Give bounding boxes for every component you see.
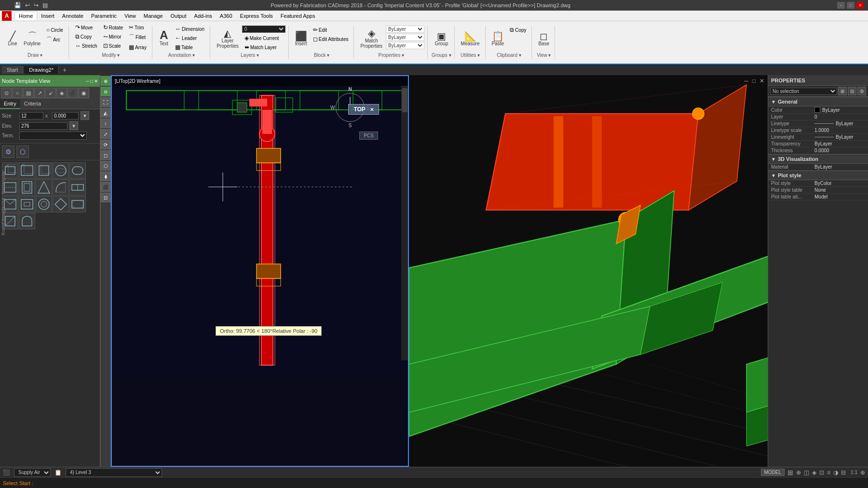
scale-button[interactable]: ⊡ Scale [101,41,125,50]
panel-restore-icon[interactable]: □ [90,79,93,84]
fillet-button[interactable]: ⌒ Fillet [126,32,149,42]
tab-drawing2[interactable]: Drawing2* [24,66,59,74]
level-dropdown[interactable]: 4) Level 3 [66,468,162,477]
nt-btn-1[interactable]: ⊙ [1,88,12,98]
table-button[interactable]: ▦ Table [173,43,207,52]
menu-parametric[interactable]: Parametric [87,12,121,20]
layer-select[interactable]: 0 [242,26,285,33]
shape-r2-2[interactable] [19,179,35,196]
nav-btn-3[interactable]: ⛶ [101,97,110,107]
maximize-button[interactable]: □ [847,2,854,9]
shape-r2-4[interactable] [53,179,69,196]
3d-viz-section-header[interactable]: ▼ 3D Visualization [768,154,868,164]
stretch-button[interactable]: ↔ Stretch [73,41,100,50]
polyline-button[interactable]: ⌒ Polyline [21,26,43,52]
top-view-close[interactable]: ✕ [370,107,374,112]
shape-r3-3[interactable] [36,196,52,212]
nt-btn-8[interactable]: ◉ [79,88,89,98]
mirror-button[interactable]: ⥊ Mirror [101,32,125,41]
criteria-tab[interactable]: Criteria [20,99,45,109]
panel-close-icon[interactable]: ✕ [94,79,98,84]
nav-btn-2[interactable]: ⊖ [101,87,110,96]
3d-ctrl-1[interactable]: ─ [743,77,750,85]
menu-addins[interactable]: Add-ins [190,12,216,20]
copy-clip-button[interactable]: ⧉ Copy [507,26,529,34]
plot-style-section-header[interactable]: ▼ Plot style [768,171,868,180]
base-button[interactable]: ◻ Base [536,26,552,52]
3d-ctrl-3[interactable]: ✕ [758,77,766,85]
props-toggle-2[interactable]: ⊟ [848,87,856,95]
lineweight-icon[interactable]: ≡ [827,469,830,476]
quick-access-toolbar[interactable]: 💾 ↩ ↪ ▤ [11,0,51,11]
group-button[interactable]: ▣ Group [432,26,450,52]
circle-button[interactable]: ○ Circle [44,26,66,34]
move-button[interactable]: ↷ Move [73,23,100,32]
nav-btn-1[interactable]: ⊕ [101,76,110,86]
leader-button[interactable]: ← Leader [173,34,207,42]
menu-output[interactable]: Output [167,12,190,20]
command-bar[interactable]: Select Start : [0,477,868,488]
panel-minimize-icon[interactable]: ─ [86,79,89,84]
menu-view[interactable]: View [121,12,140,20]
shape-r3-2[interactable] [19,196,35,212]
copy-button[interactable]: ⧉ Copy [73,32,100,41]
nav-btn-8[interactable]: ◻ [101,150,110,160]
nt-btn-7[interactable]: ⬛ [68,88,78,98]
nav-btn-11[interactable]: ⬛ [101,182,110,192]
nt-btn-3[interactable]: ▤ [23,88,34,98]
menu-insert[interactable]: Insert [37,12,58,20]
qat-undo[interactable]: ↩ [24,1,31,10]
polar-icon[interactable]: ◈ [812,469,816,476]
nav-btn-12[interactable]: ⊡ [101,193,110,202]
3d-ctrl-2[interactable]: □ [751,77,757,85]
tab-start[interactable]: Start [2,66,23,74]
action-btn-1[interactable]: ⚙ [2,145,14,158]
nt-btn-5[interactable]: ↙ [45,88,56,98]
shape-r3-4[interactable] [53,196,69,212]
edit-attributes-button[interactable]: ◻ Edit Attributes [311,35,351,43]
minimize-button[interactable]: − [837,2,845,9]
shape-r4-1[interactable] [69,196,86,212]
menu-featured[interactable]: Featured Apps [277,12,319,20]
insert-button[interactable]: ⬛ Insert [293,26,310,52]
window-controls[interactable]: − □ ✕ [837,2,864,9]
general-section-header[interactable]: ▼ General [768,97,868,106]
shape-r4-3[interactable] [19,213,35,229]
supply-air-dropdown[interactable]: Supply Air [14,468,51,477]
close-button[interactable]: ✕ [856,2,864,9]
rotate-button[interactable]: ↻ Rotate [101,23,125,32]
model-button[interactable]: MODEL [761,469,785,476]
qat-save[interactable]: 💾 [13,1,23,10]
elev-input[interactable] [19,122,68,130]
nav-btn-6[interactable]: ⤢ [101,129,110,139]
osnap-icon[interactable]: ⊡ [819,469,824,476]
nav-btn-5[interactable]: ↕ [101,119,110,128]
menu-manage[interactable]: Manage [140,12,167,20]
dynmode-icon[interactable]: ⊟ [841,469,846,476]
linetype-select[interactable]: ByLayer [386,34,424,41]
match-layer-button[interactable]: ⬌ Match Layer [242,43,285,52]
shape-rect-2[interactable] [19,162,35,179]
x-input[interactable] [52,112,79,119]
menu-express[interactable]: Express Tools [236,12,277,20]
measure-button[interactable]: 📐 Measure [459,26,482,52]
trim-button[interactable]: ✂ Trim [126,23,149,32]
qat-redo[interactable]: ↪ [32,1,40,10]
shape-rect-3[interactable] [36,162,52,179]
props-toggle-3[interactable]: ⚙ [857,87,866,95]
color-select[interactable]: ByLayer [386,26,424,33]
qat-open[interactable]: ▤ [41,1,49,10]
elev-options-button[interactable]: ▼ [69,121,78,130]
nav-btn-10[interactable]: ⧫ [101,171,110,181]
size-options-button[interactable]: ▼ [81,111,89,120]
nt-btn-2[interactable]: ○ [12,88,23,98]
term-select[interactable] [19,132,87,140]
nav-btn-9[interactable]: ⬡ [101,161,110,171]
line-button[interactable]: ╱ Line [5,26,20,52]
arc-button[interactable]: ⌒ Arc [44,35,66,45]
grid-icon[interactable]: ⊞ [787,469,793,476]
selection-dropdown[interactable]: No selection [770,88,837,95]
menu-a360[interactable]: A360 [216,12,236,20]
shape-r2-3[interactable] [36,179,52,196]
nav-btn-4[interactable]: ◭ [101,108,110,118]
